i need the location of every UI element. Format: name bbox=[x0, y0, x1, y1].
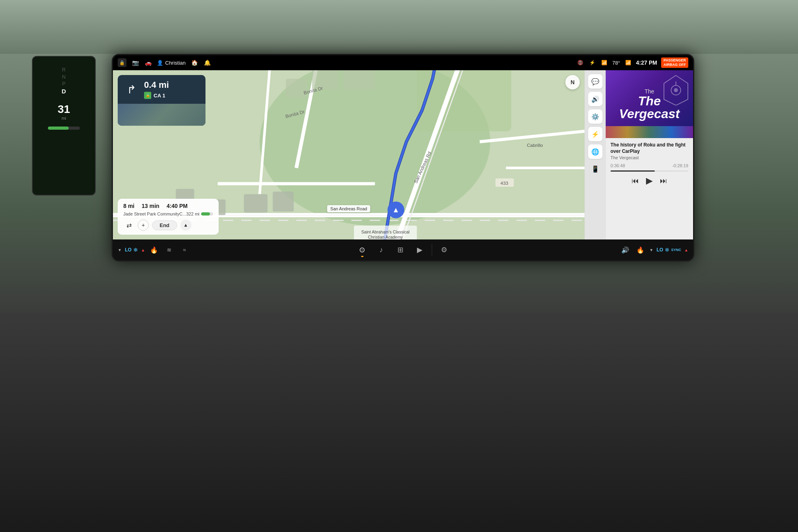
rear-defrost-button[interactable]: ≋ bbox=[163, 244, 175, 256]
nav-music-button[interactable]: ♪ bbox=[373, 241, 390, 259]
seat-heat-left-button[interactable]: 🔥 bbox=[148, 244, 160, 256]
trip-destination: Jade Street Park CommunityC... 322 mi bbox=[123, 212, 213, 216]
user-icon: 👤 bbox=[157, 60, 163, 66]
show-name: The Vergecast bbox=[610, 155, 688, 160]
screen-content: CA 1 Saint Abraham's Classical Christian… bbox=[113, 70, 693, 239]
route-badge: 🔒 bbox=[144, 92, 151, 99]
trip-actions: ⇄ + End ▲ bbox=[123, 220, 213, 231]
play-pause-button[interactable]: ▶ bbox=[646, 176, 653, 186]
left-instrument-cluster: R N P D 31 mi bbox=[32, 56, 96, 196]
right-fan-down[interactable]: ▼ bbox=[650, 248, 654, 252]
status-bar: 🔒 📷 🚗 👤 Christian 🏠 🔔 📵 ⚡ 📶 78° 📶 4:27 P… bbox=[113, 55, 693, 70]
gear-selector: R N P D bbox=[62, 67, 66, 95]
media-progress-bar[interactable] bbox=[610, 170, 688, 172]
route-name: CA 1 bbox=[154, 93, 165, 99]
bluetooth-icon: ⚡ bbox=[588, 59, 596, 67]
nav-card-overlay bbox=[118, 104, 205, 126]
svg-rect-20 bbox=[344, 70, 375, 89]
user-profile[interactable]: 👤 Christian bbox=[157, 60, 186, 66]
trip-distance: 8 mi bbox=[123, 203, 134, 209]
svg-text:Saint Abraham's Classical: Saint Abraham's Classical bbox=[361, 229, 409, 234]
settings-button[interactable]: ⚙️ bbox=[588, 109, 602, 124]
right-controls-panel: 💬 🔊 ⚙️ ⚡ 🌐 📱 bbox=[585, 70, 605, 239]
volume-button[interactable]: 🔊 bbox=[588, 92, 602, 106]
phone-icon[interactable]: 📱 bbox=[591, 165, 599, 173]
podcast-cover: The The Vergecast bbox=[606, 70, 693, 138]
nav-route-badge: 🔒 CA 1 bbox=[144, 92, 169, 99]
svg-text:▲: ▲ bbox=[392, 206, 399, 214]
camera-icon[interactable]: 📷 bbox=[131, 59, 139, 67]
user-name: Christian bbox=[165, 60, 186, 66]
compass-label: N bbox=[571, 79, 575, 85]
media-panel: The The Vergecast The history of Roku an… bbox=[605, 70, 693, 239]
infotainment-screen[interactable]: 🔒 📷 🚗 👤 Christian 🏠 🔔 📵 ⚡ 📶 78° 📶 4:27 P… bbox=[112, 54, 694, 261]
apps-icon: ⊞ bbox=[397, 245, 403, 254]
signal-off-icon: 📵 bbox=[576, 59, 584, 67]
bottom-nav-buttons: ⊙ ♪ ⊞ ▶ ⚙ bbox=[354, 241, 453, 259]
svg-rect-21 bbox=[286, 79, 307, 97]
volume-control-button[interactable]: 🔊 bbox=[619, 244, 631, 256]
media-info: The history of Roku and the fight over C… bbox=[606, 138, 693, 239]
nav-card-preview bbox=[118, 104, 205, 126]
end-navigation-button[interactable]: End bbox=[152, 220, 177, 230]
power-button[interactable]: ⚡ bbox=[588, 127, 602, 141]
podcast-decor bbox=[662, 73, 690, 105]
car-icon[interactable]: 🚗 bbox=[144, 59, 152, 67]
clock: 4:27 PM bbox=[636, 59, 657, 66]
next-button[interactable]: ⏭ bbox=[660, 177, 667, 185]
trip-range: 322 mi bbox=[186, 212, 213, 216]
lock-icon[interactable]: 🔒 bbox=[118, 58, 126, 67]
podcast-artwork[interactable]: The The Vergecast bbox=[606, 70, 693, 138]
airbag-warning: PASSENGERAIRBAG OFF bbox=[661, 57, 688, 68]
bell-icon[interactable]: 🔔 bbox=[203, 59, 211, 67]
media-times: 0:36:48 -0:28:19 bbox=[610, 163, 688, 168]
fan-down-arrow[interactable]: ▼ bbox=[118, 248, 122, 252]
nav-video-button[interactable]: ▶ bbox=[411, 241, 429, 259]
battery-bar bbox=[48, 127, 80, 130]
signal-bars: 📶 bbox=[624, 59, 632, 67]
svg-rect-15 bbox=[244, 194, 267, 213]
left-fan-control: LO ❄ bbox=[125, 247, 138, 253]
right-fan-up[interactable]: ▲ bbox=[684, 248, 688, 252]
svg-rect-16 bbox=[273, 192, 294, 212]
previous-button[interactable]: ⏮ bbox=[632, 177, 639, 185]
home-icon[interactable]: 🏠 bbox=[190, 59, 198, 67]
front-defrost-button[interactable]: ≈ bbox=[178, 244, 190, 256]
left-fan-label: LO bbox=[125, 247, 132, 253]
globe-button[interactable]: 🌐 bbox=[588, 144, 602, 159]
status-right: 📵 ⚡ 📶 78° 📶 4:27 PM PASSENGERAIRBAG OFF bbox=[576, 57, 688, 68]
gear-r: R bbox=[62, 67, 65, 73]
nav-card-top: ↱ 0.4 mi 🔒 CA 1 bbox=[118, 75, 205, 104]
add-stop-button[interactable]: + bbox=[138, 220, 149, 231]
right-fan-control: LO ❄ SYNC bbox=[656, 247, 681, 253]
gear-p: P bbox=[62, 81, 66, 87]
trip-duration: 13 min bbox=[142, 203, 159, 209]
message-button[interactable]: 💬 bbox=[588, 74, 602, 89]
gear-n: N bbox=[62, 74, 65, 80]
left-hvac-controls: ▼ LO ❄ ▲ 🔥 ≋ ≈ bbox=[113, 244, 195, 256]
destination-text: Jade Street Park CommunityC... bbox=[123, 212, 186, 216]
current-time: 0:36:48 bbox=[610, 163, 625, 168]
compass[interactable]: N bbox=[565, 75, 580, 89]
turn-arrow-icon: ↱ bbox=[123, 81, 139, 97]
trip-panel: 8 mi 13 min 4:40 PM Jade Street Park Com… bbox=[118, 199, 219, 235]
right-fan-icon: ❄ bbox=[665, 247, 670, 253]
seat-heat-right-button[interactable]: 🔥 bbox=[634, 244, 646, 256]
media-progress-fill bbox=[610, 170, 655, 172]
sync-label: SYNC bbox=[671, 248, 681, 252]
route-icon-btn[interactable]: ⇄ bbox=[123, 220, 134, 231]
episode-title: The history of Roku and the fight over C… bbox=[610, 142, 688, 154]
settings-icon: ⚙ bbox=[441, 245, 447, 254]
navigation-card: ↱ 0.4 mi 🔒 CA 1 bbox=[118, 75, 205, 126]
music-icon: ♪ bbox=[379, 246, 383, 254]
svg-point-36 bbox=[674, 88, 678, 92]
nav-settings-button[interactable]: ⚙ bbox=[435, 241, 453, 259]
nav-map-button[interactable]: ⊙ bbox=[354, 241, 371, 259]
expand-panel-button[interactable]: ▲ bbox=[180, 220, 192, 231]
map-area[interactable]: CA 1 Saint Abraham's Classical Christian… bbox=[113, 70, 585, 239]
wifi-icon: 📶 bbox=[600, 59, 608, 67]
range-fill bbox=[201, 212, 210, 216]
battery-fill bbox=[48, 127, 69, 130]
fan-up-arrow[interactable]: ▲ bbox=[141, 248, 145, 252]
nav-apps-button[interactable]: ⊞ bbox=[392, 241, 409, 259]
